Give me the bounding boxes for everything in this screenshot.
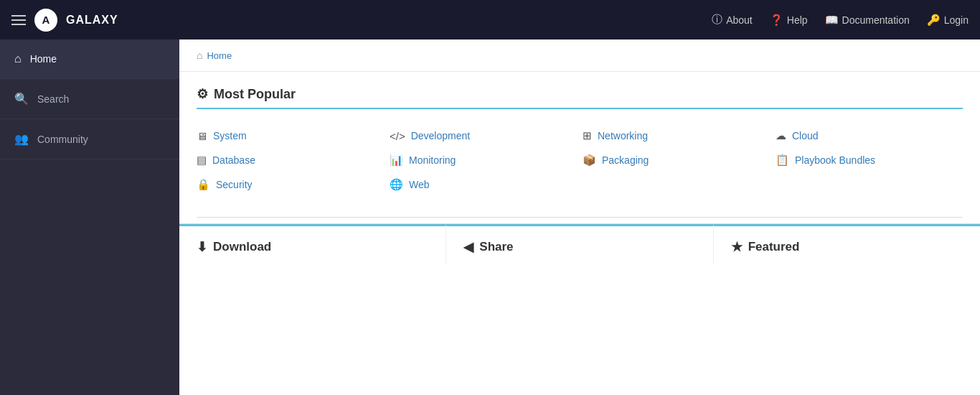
most-popular-title: Most Popular bbox=[214, 87, 296, 102]
breadcrumb: ⌂ Home bbox=[179, 40, 980, 72]
category-development[interactable]: </> Development bbox=[390, 129, 577, 142]
documentation-icon: 📖 bbox=[825, 14, 839, 27]
download-label: Download bbox=[213, 240, 271, 254]
download-panel-header: ⬇ Download bbox=[197, 239, 428, 255]
sidebar-item-home[interactable]: ⌂ Home bbox=[0, 40, 179, 79]
sidebar-item-search-label: Search bbox=[37, 93, 69, 105]
category-playbook-bundles[interactable]: 📋 Playbook Bundles bbox=[776, 154, 963, 167]
featured-label: Featured bbox=[748, 240, 800, 254]
brand-name: GALAXY bbox=[66, 14, 118, 27]
section-divider bbox=[197, 217, 963, 218]
breadcrumb-home-link[interactable]: Home bbox=[207, 50, 232, 61]
brand-logo: A bbox=[34, 9, 57, 32]
sidebar-item-community[interactable]: 👥 Community bbox=[0, 119, 179, 159]
category-networking-label: Networking bbox=[598, 130, 648, 141]
download-icon: ⬇ bbox=[197, 239, 207, 255]
documentation-label: Documentation bbox=[842, 14, 910, 26]
category-monitoring[interactable]: 📊 Monitoring bbox=[390, 154, 577, 167]
category-playbook-bundles-label: Playbook Bundles bbox=[795, 154, 875, 166]
help-link[interactable]: ❓ Help bbox=[770, 14, 808, 27]
download-panel: ⬇ Download bbox=[179, 224, 446, 264]
development-icon: </> bbox=[390, 130, 405, 142]
sidebar-item-home-label: Home bbox=[30, 53, 57, 65]
logo-letter: A bbox=[42, 14, 50, 26]
login-label: Login bbox=[944, 14, 969, 26]
networking-icon: ⊞ bbox=[583, 129, 592, 142]
gear-icon: ⚙ bbox=[197, 86, 208, 102]
category-database-label: Database bbox=[212, 154, 255, 166]
share-panel: ◀ Share bbox=[446, 224, 712, 264]
content-area: ⌂ Home ⚙ Most Popular 🖥 System </> bbox=[179, 40, 980, 395]
sidebar: ⌂ Home 🔍 Search 👥 Community bbox=[0, 40, 179, 395]
breadcrumb-home-icon: ⌂ bbox=[197, 50, 202, 61]
share-label: Share bbox=[479, 240, 513, 254]
playbook-icon: 📋 bbox=[776, 154, 789, 167]
help-label: Help bbox=[787, 14, 808, 26]
navbar-right: ⓘ About ❓ Help 📖 Documentation 🔑 Login bbox=[712, 13, 969, 27]
cloud-icon: ☁ bbox=[776, 129, 786, 142]
login-icon: 🔑 bbox=[927, 14, 941, 27]
category-web[interactable]: 🌐 Web bbox=[390, 178, 577, 191]
star-icon: ★ bbox=[731, 239, 743, 255]
category-development-label: Development bbox=[411, 130, 471, 141]
about-icon: ⓘ bbox=[712, 13, 722, 27]
system-icon: 🖥 bbox=[197, 130, 207, 142]
login-link[interactable]: 🔑 Login bbox=[927, 14, 969, 27]
community-icon: 👥 bbox=[14, 132, 29, 146]
featured-panel-header: ★ Featured bbox=[731, 239, 963, 255]
category-security-label: Security bbox=[216, 179, 253, 190]
category-cloud[interactable]: ☁ Cloud bbox=[776, 129, 963, 142]
search-icon: 🔍 bbox=[14, 92, 29, 106]
sidebar-item-community-label: Community bbox=[37, 134, 88, 145]
category-networking[interactable]: ⊞ Networking bbox=[583, 129, 770, 142]
main-layout: ⌂ Home 🔍 Search 👥 Community ⌂ Home ⚙ Mos… bbox=[0, 40, 980, 395]
most-popular-title-bar: ⚙ Most Popular bbox=[197, 86, 963, 109]
hamburger-menu[interactable] bbox=[11, 15, 26, 25]
navbar: A GALAXY ⓘ About ❓ Help 📖 Documentation … bbox=[0, 0, 980, 40]
security-icon: 🔒 bbox=[197, 178, 210, 191]
category-database[interactable]: ▤ Database bbox=[197, 154, 384, 167]
category-system[interactable]: 🖥 System bbox=[197, 129, 384, 142]
about-link[interactable]: ⓘ About bbox=[712, 13, 753, 27]
database-icon: ▤ bbox=[197, 154, 207, 167]
about-label: About bbox=[726, 14, 753, 26]
share-panel-header: ◀ Share bbox=[463, 239, 695, 255]
navbar-left: A GALAXY bbox=[11, 9, 118, 32]
home-icon: ⌂ bbox=[14, 52, 22, 65]
category-grid: 🖥 System </> Development ⊞ Networking ☁ … bbox=[197, 124, 963, 203]
web-icon: 🌐 bbox=[390, 178, 403, 191]
category-packaging[interactable]: 📦 Packaging bbox=[583, 154, 770, 167]
category-web-label: Web bbox=[409, 179, 430, 190]
category-system-label: System bbox=[213, 130, 247, 141]
documentation-link[interactable]: 📖 Documentation bbox=[825, 14, 910, 27]
featured-panel: ★ Featured bbox=[713, 224, 980, 264]
most-popular-section: ⚙ Most Popular 🖥 System </> Development … bbox=[179, 72, 980, 217]
bottom-panels: ⬇ Download ◀ Share ★ Featured bbox=[179, 223, 980, 264]
most-popular-heading: ⚙ Most Popular bbox=[197, 86, 963, 102]
sidebar-item-search[interactable]: 🔍 Search bbox=[0, 79, 179, 119]
category-cloud-label: Cloud bbox=[792, 130, 819, 141]
category-packaging-label: Packaging bbox=[602, 154, 649, 166]
share-icon: ◀ bbox=[463, 239, 473, 255]
category-monitoring-label: Monitoring bbox=[409, 154, 456, 166]
help-icon: ❓ bbox=[770, 14, 783, 27]
monitoring-icon: 📊 bbox=[390, 154, 403, 167]
packaging-icon: 📦 bbox=[583, 154, 596, 167]
category-security[interactable]: 🔒 Security bbox=[197, 178, 384, 191]
